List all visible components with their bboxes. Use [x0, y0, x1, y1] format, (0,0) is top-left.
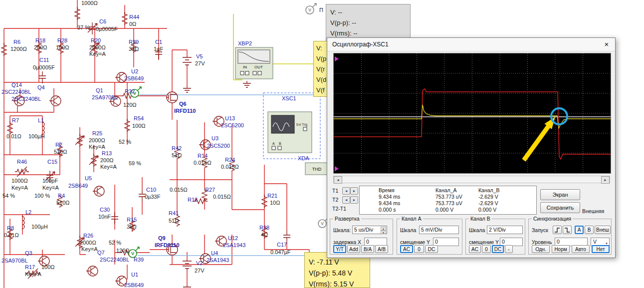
- timebase-scale-input[interactable]: 5 us/Div ▲ ▼: [352, 226, 387, 234]
- measurement-channel-b: -2.629 V: [478, 194, 498, 200]
- cursor-dt-label: T2-T1: [332, 206, 346, 212]
- oscilloscope-window: Осциллограф-XSC1 × ◄ ►: [327, 37, 616, 258]
- scroll-left-button[interactable]: ◄: [334, 176, 342, 184]
- schematic-wires: [4, 0, 309, 288]
- svg-text:V: V: [308, 7, 311, 12]
- probe-readout-line: V(p-p): 5.48 V: [309, 268, 366, 279]
- probe-icon-top[interactable]: V: [306, 3, 316, 14]
- svg-text:V: V: [321, 221, 324, 226]
- channel-a-coupling-button[interactable]: 0: [414, 245, 424, 253]
- scope-grid: [334, 53, 611, 173]
- xbp2-icon[interactable]: IN OUT: [235, 47, 273, 79]
- measurement-row: 9.434 ms 753.773 uV -2.629 V: [360, 200, 536, 207]
- header-time: Время: [379, 187, 395, 193]
- scroll-right-button[interactable]: ►: [601, 176, 610, 184]
- timebase-title: Развертка: [333, 216, 361, 222]
- probe-readout-line: V: -7.11 V: [309, 257, 366, 268]
- xbp2-in-label: IN: [243, 65, 247, 69]
- measurement-header-row: Время Канал_A Канал_B: [360, 187, 536, 194]
- title-bar[interactable]: Осциллограф-XSC1 ×: [327, 38, 615, 51]
- trigger-mode-button[interactable]: Авто: [572, 245, 590, 253]
- cursor-t1-label: T1: [332, 188, 338, 194]
- measurement-time: 0.000 s: [379, 207, 396, 213]
- channel-b-scale-input[interactable]: 2 V/Div: [487, 226, 523, 234]
- t1-right-button[interactable]: ►: [350, 187, 358, 195]
- t1-left-button[interactable]: ◄: [342, 187, 350, 195]
- channel-b-scale-label: Шкала: [469, 227, 485, 233]
- timebase-mode-button[interactable]: A/B: [375, 245, 388, 253]
- trigger-mode-button[interactable]: Норм: [552, 245, 570, 253]
- scope-scrollbar[interactable]: ◄ ►: [333, 176, 610, 183]
- svg-text:V: V: [131, 251, 134, 256]
- measurement-channel-a: 753.773 uV: [435, 200, 462, 206]
- trigger-source-button[interactable]: B: [585, 226, 594, 234]
- xsc1-exttrig-label: Ext Trig: [296, 123, 307, 127]
- timebase-scale-label: Шкала:: [333, 227, 351, 233]
- measurement-channel-a: 753.773 uV: [435, 194, 462, 200]
- channel-a-title: Канал A: [400, 216, 423, 222]
- header-channel-a: Канал_A: [435, 187, 457, 193]
- xsc1-b-label: B: [279, 142, 281, 145]
- xsc1-icon[interactable]: Ext Trig A B: [268, 112, 312, 153]
- probe-readout-line: V(p-p): --: [330, 17, 406, 28]
- channel-b-title: Канал B: [469, 216, 492, 222]
- channel-a-group: Канал A Шкала 5 mV/Div смещение Y 0 AC 0…: [397, 219, 462, 255]
- xsc1-a-label: A: [272, 142, 275, 145]
- thd-icon[interactable]: THD: [305, 163, 328, 175]
- header-channel-b: Канал_B: [478, 187, 500, 193]
- timebase-mode-button[interactable]: Y/T: [333, 245, 346, 253]
- measurement-table: Время Канал_A Канал_B 9.434 ms 753.773 u…: [359, 186, 537, 215]
- probe-readout-line: V(rms): --: [330, 28, 406, 38]
- xbp2-out-label: OUT: [254, 65, 263, 69]
- rising-edge-icon: [554, 227, 560, 233]
- trigger-rising-edge-button[interactable]: [553, 226, 562, 234]
- channel-a-coupling-button[interactable]: DC: [425, 245, 438, 253]
- t2-left-button[interactable]: ◄: [342, 196, 350, 204]
- measurement-time: 9.434 ms: [379, 200, 400, 206]
- trigger-mode-button[interactable]: Нет: [592, 245, 610, 253]
- channel-marker-top[interactable]: [335, 56, 339, 61]
- trigger-mode-button[interactable]: Одн.: [532, 245, 550, 253]
- timebase-group: Развертка Шкала: 5 us/Div ▲ ▼ задержка X…: [330, 219, 393, 255]
- falling-edge-icon: [564, 227, 570, 233]
- channel-b-coupling-button[interactable]: -: [505, 245, 513, 253]
- channel-marker-bottom[interactable]: [335, 166, 339, 171]
- probe-readout-line: V(rms): 5.15 V: [309, 279, 366, 288]
- scope-display[interactable]: [333, 53, 611, 174]
- trigger-title: Синхронизация: [532, 216, 573, 222]
- save-button[interactable]: Сохранить: [540, 202, 580, 213]
- t2-right-button[interactable]: ►: [350, 196, 358, 204]
- measurement-row: 9.434 ms 753.773 uV -2.629 V: [360, 194, 536, 200]
- screen-button[interactable]: Экран: [540, 189, 580, 200]
- spin-down-button[interactable]: ▼: [381, 231, 386, 234]
- channel-a-scale-label: Шкала: [400, 227, 416, 233]
- measurement-row: 0.000 s 0.000 V 0.000 V: [360, 207, 536, 213]
- trigger-start-label: Запуск: [532, 227, 548, 233]
- timebase-scale-value: 5 us/Div: [354, 227, 373, 233]
- timebase-mode-button[interactable]: Add: [347, 245, 360, 253]
- cursor-t2-label: T2: [332, 197, 338, 203]
- external-label: Внешняя: [582, 208, 604, 214]
- xdelay-label: задержка X: [333, 239, 361, 245]
- measurement-channel-b: -2.629 V: [478, 200, 498, 206]
- thd-label: THD: [312, 167, 322, 172]
- channel-a-scale-input[interactable]: 5 mV/Div: [419, 226, 459, 234]
- app: IN OUT Ext Trig A B THD V: [0, 0, 644, 288]
- channel-b-offset-label: смещение Y: [469, 239, 499, 245]
- channel-b-coupling-button[interactable]: AC: [469, 245, 481, 253]
- trigger-falling-edge-button[interactable]: [563, 226, 572, 234]
- trigger-unit-value: V: [593, 238, 597, 246]
- channel-b-coupling-button[interactable]: DC: [492, 245, 504, 253]
- close-button[interactable]: ×: [598, 38, 615, 50]
- trigger-source-button[interactable]: A: [575, 226, 584, 234]
- channel-a-offset-label: смещение Y: [400, 239, 430, 245]
- channel-b-group: Канал B Шкала 2 V/Div смещение Y 0 AC 0 …: [465, 219, 525, 255]
- channel-a-coupling-button[interactable]: AC: [400, 245, 413, 253]
- measurement-channel-b: 0.000 V: [478, 207, 496, 213]
- probe-readout-line: V: --: [330, 7, 406, 17]
- spin-up-button[interactable]: ▲: [381, 227, 386, 231]
- channel-b-coupling-button[interactable]: 0: [482, 245, 491, 253]
- timebase-mode-button[interactable]: B/A: [361, 245, 374, 253]
- window-title: Осциллограф-XSC1: [332, 41, 389, 48]
- trigger-source-button[interactable]: Внеш: [595, 226, 611, 234]
